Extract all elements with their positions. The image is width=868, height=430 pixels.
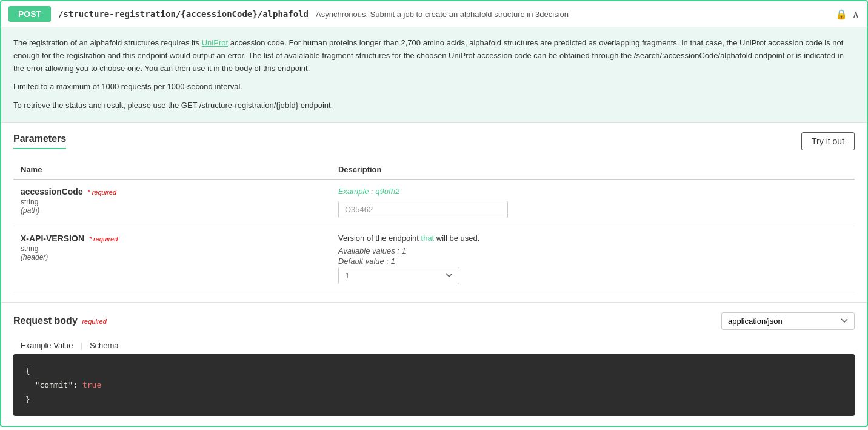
param-name-cell: X-API-VERSION * required string (header): [13, 226, 331, 292]
available-values-label: Available values :: [338, 246, 399, 255]
chevron-up-icon[interactable]: ∧: [852, 8, 860, 20]
params-title: Parameters: [13, 133, 66, 149]
param-type: string: [21, 244, 324, 253]
request-body-title: Request body: [13, 315, 78, 326]
description-paragraph-2: Limited to a maximum of 1000 requests pe…: [13, 81, 855, 93]
description-paragraph-3: To retrieve the status and result, pleas…: [13, 99, 855, 112]
example-value: q9ufh2: [375, 187, 399, 196]
tab-schema[interactable]: Schema: [82, 337, 126, 354]
uniprot-link: UniProt: [202, 38, 228, 47]
endpoint-description: Asynchronous. Submit a job to create an …: [316, 10, 569, 19]
description-section: The registration of an alphafold structu…: [1, 27, 867, 123]
params-section: Parameters Try it out Name Description a…: [1, 123, 867, 302]
code-block: { "commit": true }: [13, 354, 855, 416]
param-description-cell: Example : q9ufh2: [331, 179, 855, 226]
example-label: Example: [338, 187, 369, 196]
lock-icon: 🔒: [835, 8, 847, 20]
param-name-text: accessionCode: [21, 187, 83, 197]
tab-example-value[interactable]: Example Value: [13, 337, 80, 354]
required-label: * required: [87, 189, 116, 196]
default-value-value: 1: [391, 257, 395, 266]
that-link: that: [421, 233, 435, 243]
header-icons: 🔒 ∧: [835, 8, 860, 20]
try-it-out-button[interactable]: Try it out: [801, 132, 855, 150]
code-colon: :: [73, 380, 82, 389]
param-description-text: Version of the endpoint that will be use…: [338, 233, 847, 243]
accession-code-input[interactable]: [338, 201, 508, 218]
table-row: X-API-VERSION * required string (header)…: [13, 226, 855, 292]
available-values-value: 1: [402, 246, 406, 255]
available-values: Available values : 1: [338, 246, 847, 255]
api-container: POST /structure-registration/{accessionC…: [0, 0, 868, 427]
api-header[interactable]: POST /structure-registration/{accessionC…: [1, 1, 867, 27]
request-body-title-area: Request body required: [13, 315, 107, 326]
params-table: Name Description accessionCode * require…: [13, 160, 855, 292]
code-open-brace: {: [25, 366, 30, 375]
code-close-brace: }: [25, 395, 30, 404]
col-name-header: Name: [13, 160, 331, 180]
example-tabs: Example Value | Schema: [13, 337, 855, 354]
request-body-header: Request body required application/json: [13, 312, 855, 330]
param-name: X-API-VERSION * required: [21, 233, 324, 243]
default-value-label: Default value :: [338, 257, 389, 266]
param-name-text: X-API-VERSION: [21, 233, 84, 243]
col-description-header: Description: [331, 160, 855, 180]
content-type-select[interactable]: application/json: [721, 312, 855, 330]
param-location: (path): [21, 206, 324, 215]
description-paragraph-1: The registration of an alphafold structu…: [13, 37, 855, 75]
code-key: "commit": [35, 380, 73, 389]
api-header-left: POST /structure-registration/{accessionC…: [8, 6, 835, 22]
param-type: string: [21, 198, 324, 206]
request-body-required-label: required: [82, 318, 106, 325]
endpoint-path: /structure-registration/{accessionCode}/…: [58, 9, 309, 19]
param-name-cell: accessionCode * required string (path): [13, 179, 331, 226]
required-label: * required: [89, 235, 118, 243]
code-value: true: [82, 380, 101, 389]
params-header: Parameters Try it out: [13, 132, 855, 150]
param-example: Example : q9ufh2: [338, 187, 847, 196]
param-name: accessionCode * required: [21, 187, 324, 197]
table-row: accessionCode * required string (path) E…: [13, 179, 855, 226]
default-value: Default value : 1: [338, 257, 847, 266]
param-location: (header): [21, 253, 324, 261]
param-description-cell: Version of the endpoint that will be use…: [331, 226, 855, 292]
method-badge: POST: [8, 6, 51, 22]
request-body-section: Request body required application/json E…: [1, 302, 867, 426]
api-version-select[interactable]: 1: [338, 267, 459, 284]
